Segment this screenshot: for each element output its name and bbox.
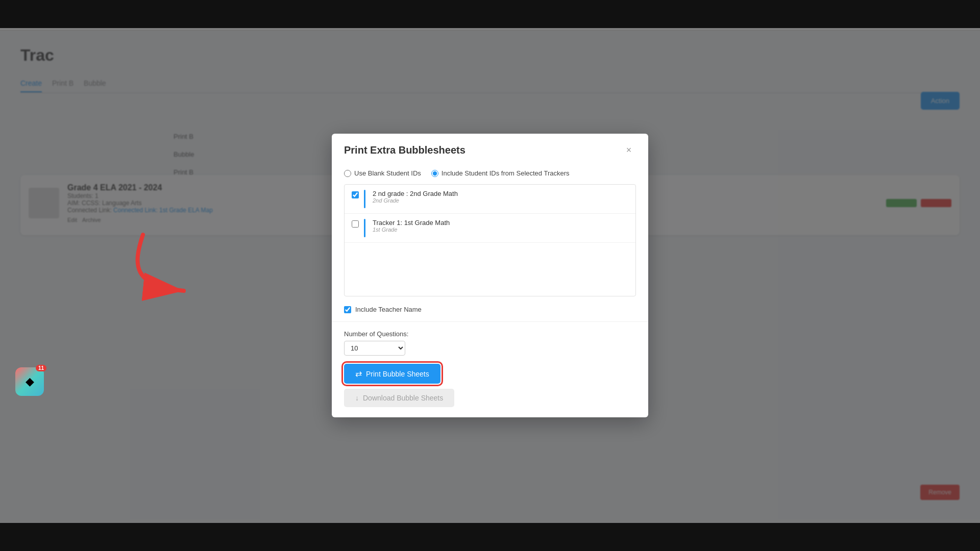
print-icon: ⇄ [355,369,362,379]
tracker-grade-0: 2nd Grade [373,197,458,204]
tracker-name-0: 2 nd grade : 2nd Grade Math [373,190,458,197]
notification-badge[interactable]: ◆ 11 [15,367,44,396]
tracker-item-0: 2 nd grade : 2nd Grade Math 2nd Grade [345,185,635,214]
include-teacher-checkbox[interactable] [344,306,351,313]
num-questions-select[interactable]: 10 20 30 40 50 [344,341,405,356]
include-teacher-text: Include Teacher Name [355,306,422,313]
tracker-checkbox-0[interactable] [352,191,359,198]
print-button-label: Print Bubble Sheets [366,370,429,378]
modal-close-button[interactable]: × [622,143,636,157]
download-bubble-sheets-button[interactable]: ↓ Download Bubble Sheets [344,389,454,407]
tracker-bar-0 [364,190,365,208]
tracker-info-0: 2 nd grade : 2nd Grade Math 2nd Grade [373,190,458,204]
trackers-list: 2 nd grade : 2nd Grade Math 2nd Grade Tr… [344,184,636,296]
modal-title: Print Extra Bubblesheets [344,144,465,156]
include-teacher-label[interactable]: Include Teacher Name [344,306,636,313]
num-questions-label: Number of Questions: [344,330,636,338]
download-icon: ↓ [355,394,359,402]
tracker-name-1: Tracker 1: 1st Grade Math [373,219,450,227]
modal-header: Print Extra Bubblesheets × [332,134,648,164]
tracker-item-1: Tracker 1: 1st Grade Math 1st Grade [345,214,635,243]
black-bar-top [0,0,980,28]
tracker-bar-1 [364,219,365,237]
notification-icon: ◆ [26,375,34,388]
tracker-checkbox-1[interactable] [352,220,359,228]
radio-selected-label: Include Student IDs from Selected Tracke… [442,169,570,177]
print-bubble-sheets-button[interactable]: ⇄ Print Bubble Sheets [344,364,440,384]
trackers-spacer [345,243,635,296]
radio-blank[interactable]: Use Blank Student IDs [344,169,421,177]
modal-print-bubblesheets: Print Extra Bubblesheets × Use Blank Stu… [332,134,648,417]
download-button-label: Download Bubble Sheets [363,394,443,402]
black-bar-bottom [0,523,980,551]
radio-blank-input[interactable] [344,170,351,177]
radio-options-row: Use Blank Student IDs Include Student ID… [344,169,636,177]
radio-selected[interactable]: Include Student IDs from Selected Tracke… [431,169,570,177]
radio-selected-input[interactable] [431,170,438,177]
notification-count: 11 [36,365,46,371]
modal-body: Use Blank Student IDs Include Student ID… [332,164,648,417]
tracker-grade-1: 1st Grade [373,227,450,233]
tracker-info-1: Tracker 1: 1st Grade Math 1st Grade [373,219,450,233]
radio-blank-label: Use Blank Student IDs [354,169,421,177]
